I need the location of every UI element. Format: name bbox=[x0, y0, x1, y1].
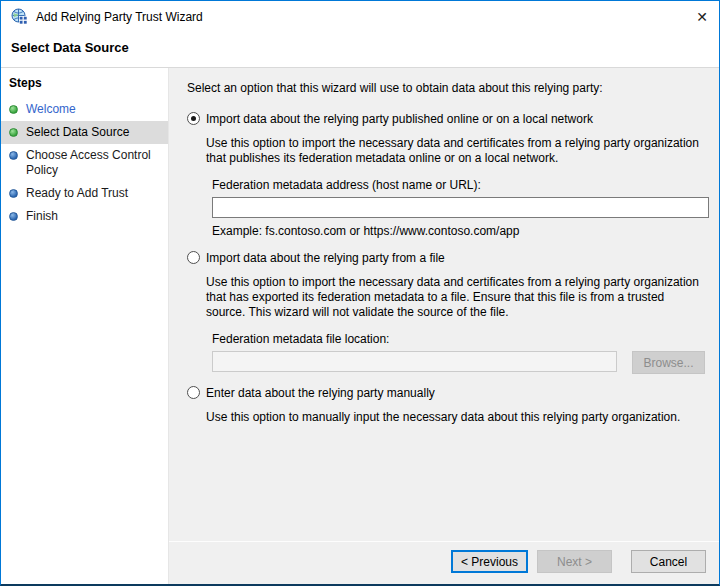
content-column: Select an option that this wizard will u… bbox=[169, 68, 719, 584]
federation-metadata-address-label: Federation metadata address (host name o… bbox=[212, 178, 705, 193]
next-button[interactable]: Next > bbox=[537, 550, 612, 573]
footer-button-bar: < Previous Next > Cancel bbox=[169, 541, 719, 584]
cancel-button[interactable]: Cancel bbox=[631, 550, 706, 573]
radio-row-import-online: Import data about the relying party publ… bbox=[187, 112, 705, 127]
content-panel: Select an option that this wizard will u… bbox=[169, 68, 719, 541]
radio-row-enter-manually: Enter data about the relying party manua… bbox=[187, 386, 705, 401]
title-bar: Add Relying Party Trust Wizard ✕ bbox=[1, 1, 719, 32]
step-label: Finish bbox=[26, 209, 58, 224]
federation-metadata-address-block: Federation metadata address (host name o… bbox=[212, 178, 705, 239]
radio-enter-manually[interactable] bbox=[187, 386, 200, 399]
radio-label-import-online[interactable]: Import data about the relying party publ… bbox=[206, 112, 593, 127]
option-manual-description: Use this option to manually input the ne… bbox=[206, 410, 705, 425]
sidebar-item-ready-to-add-trust: Ready to Add Trust bbox=[1, 182, 168, 205]
sidebar-item-welcome[interactable]: Welcome bbox=[1, 98, 168, 121]
federation-metadata-address-input[interactable] bbox=[212, 197, 709, 218]
step-label: Ready to Add Trust bbox=[26, 186, 128, 201]
option-file-description: Use this option to import the necessary … bbox=[206, 275, 705, 320]
step-label: Welcome bbox=[26, 102, 76, 117]
step-label: Select Data Source bbox=[26, 125, 129, 140]
wizard-window: Add Relying Party Trust Wizard ✕ Select … bbox=[0, 0, 720, 586]
radio-import-online[interactable] bbox=[187, 112, 200, 125]
radio-import-file[interactable] bbox=[187, 251, 200, 264]
step-pending-bullet-icon bbox=[9, 189, 18, 198]
radio-label-import-file[interactable]: Import data about the relying party from… bbox=[206, 251, 445, 266]
step-done-bullet-icon bbox=[9, 105, 18, 114]
step-done-bullet-icon bbox=[9, 128, 18, 137]
step-pending-bullet-icon bbox=[9, 212, 18, 221]
file-input-row: Browse... bbox=[212, 351, 705, 374]
intro-text: Select an option that this wizard will u… bbox=[187, 81, 705, 96]
step-pending-bullet-icon bbox=[9, 151, 18, 160]
sidebar-item-finish: Finish bbox=[1, 205, 168, 228]
steps-heading: Steps bbox=[1, 74, 168, 98]
address-example-text: Example: fs.contoso.com or https://www.c… bbox=[212, 224, 705, 239]
federation-metadata-file-block: Federation metadata file location: Brows… bbox=[212, 332, 705, 374]
steps-sidebar: Steps Welcome Select Data Source Choose … bbox=[1, 68, 169, 584]
close-icon[interactable]: ✕ bbox=[685, 1, 719, 32]
browse-button[interactable]: Browse... bbox=[632, 351, 705, 374]
sidebar-item-select-data-source: Select Data Source bbox=[1, 121, 168, 144]
radio-label-enter-manually[interactable]: Enter data about the relying party manua… bbox=[206, 386, 435, 401]
step-label: Choose Access Control Policy bbox=[26, 148, 162, 178]
federation-metadata-file-input[interactable] bbox=[212, 351, 617, 372]
page-title: Select Data Source bbox=[1, 32, 719, 67]
window-title: Add Relying Party Trust Wizard bbox=[36, 10, 203, 24]
radio-row-import-file: Import data about the relying party from… bbox=[187, 251, 705, 266]
federation-metadata-file-label: Federation metadata file location: bbox=[212, 332, 705, 347]
adfs-wizard-icon bbox=[11, 8, 29, 26]
option-online-description: Use this option to import the necessary … bbox=[206, 136, 705, 166]
sidebar-item-choose-access-control-policy: Choose Access Control Policy bbox=[1, 144, 168, 182]
previous-button[interactable]: < Previous bbox=[451, 550, 528, 573]
main-row: Steps Welcome Select Data Source Choose … bbox=[1, 67, 719, 584]
